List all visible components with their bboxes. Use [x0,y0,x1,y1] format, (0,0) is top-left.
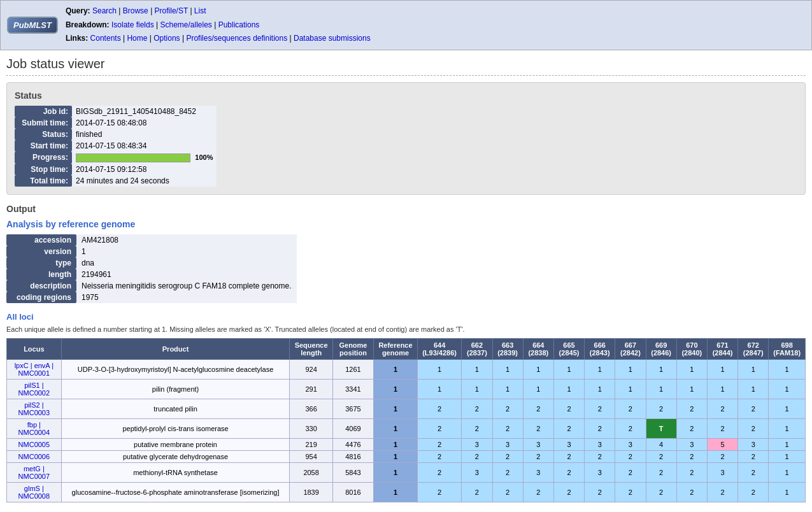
cell-seqlen: 1839 [290,482,332,502]
cell-value: 1 [769,379,806,399]
nav-scheme-alleles[interactable]: Scheme/alleles [160,20,211,29]
cell-value: 2 [615,399,646,418]
loci-data-table: Locus Product Sequencelength Genomeposit… [6,338,806,502]
cell-value: 2 [553,482,584,502]
col-header-genomepos: Genomeposition [332,338,373,359]
query-label: Query: [66,6,92,15]
output-title: Output [6,204,806,214]
cell-value: 2 [553,450,584,462]
cell-product: UDP-3-O-[3-hydroxymyristoyl] N-acetylglu… [61,359,290,379]
cell-value: 2 [646,399,676,418]
table-row: lpxC | envA | NMC0001UDP-3-O-[3-hydroxym… [7,359,806,379]
ref-row-description: description Neisseria meningitidis serog… [6,280,297,292]
ref-row-type: type dna [6,257,297,269]
cell-seqlen: 2058 [290,462,332,482]
nav-options[interactable]: Options [153,34,180,43]
cell-value: 2 [462,450,492,462]
cell-value: 1 [769,399,806,418]
table-row: fbp | NMC0004peptidyl-prolyl cis-trans i… [7,418,806,438]
cell-refgenome: 1 [374,359,418,379]
cell-genomepos: 4476 [332,438,373,450]
cell-value: 2 [676,399,707,418]
progress-bar-inner [76,154,190,162]
col-header-662: 662(2837) [462,338,492,359]
cell-value: 3 [523,462,553,482]
nav-isolate-fields[interactable]: Isolate fields [111,20,154,29]
cell-value: 3 [676,438,707,450]
loci-note: Each unique allele is defined a number s… [6,325,806,333]
col-header-665: 665(2845) [553,338,584,359]
cell-refgenome: 1 [374,438,418,450]
ref-value-length: 2194961 [76,269,297,280]
nav-list[interactable]: List [194,6,206,15]
cell-value: 1 [769,359,806,379]
nav-browse[interactable]: Browse [123,6,148,15]
cell-value: 1 [738,359,769,379]
cell-product: glucosamine--fructose-6-phosphate aminot… [61,482,290,502]
cell-genomepos: 1261 [332,359,373,379]
cell-value: 2 [707,482,737,502]
cell-value: 2 [585,482,615,502]
status-row-jobid: Job id: BIGSdb_21911_1405410488_8452 [15,106,217,117]
cell-genomepos: 3341 [332,379,373,399]
status-value-status: finished [72,129,217,140]
nav-db-submissions[interactable]: Database submissions [294,34,371,43]
cell-value: 2 [417,450,461,462]
status-label-submittime: Submit time: [15,117,72,129]
cell-locus: metG | NMC0007 [7,462,62,482]
cell-value: 1 [585,379,615,399]
cell-value: 2 [738,450,769,462]
status-label-status: Status: [15,129,72,140]
ref-value-version: 1 [76,246,297,257]
ref-genome-table: accession AM421808 version 1 type dna le… [6,234,297,303]
ref-value-description: Neisseria meningitidis serogroup C FAM18… [76,280,297,292]
cell-value: 1 [462,359,492,379]
table-row: NMC0005putative membrane protein21944761… [7,438,806,450]
status-row-stoptime: Stop time: 2014-07-15 09:12:58 [15,164,217,175]
cell-value: 2 [676,450,707,462]
status-value-jobid: BIGSdb_21911_1405410488_8452 [72,106,217,117]
status-value-submittime: 2014-07-15 08:48:08 [72,117,217,129]
status-label-stoptime: Stop time: [15,164,72,175]
cell-value: 2 [676,482,707,502]
nav-publications[interactable]: Publications [218,20,260,29]
cell-value: 2 [646,462,676,482]
nav-profilest[interactable]: Profile/ST [155,6,188,15]
cell-locus: fbp | NMC0004 [7,418,62,438]
cell-refgenome: 1 [374,418,418,438]
main-content: Job status viewer Status Job id: BIGSdb_… [6,57,806,502]
cell-value: 2 [585,418,615,438]
nav-profiles-defs[interactable]: Profiles/sequences definitions [186,34,287,43]
table-header-row: Locus Product Sequencelength Genomeposit… [7,338,806,359]
cell-value: 2 [646,450,676,462]
cell-product: putative glycerate dehydrogenase [61,450,290,462]
cell-value: 2 [462,399,492,418]
cell-value: 2 [462,482,492,502]
cell-product: truncated pilin [61,399,290,418]
cell-value: 2 [417,418,461,438]
col-header-product: Product [61,338,290,359]
cell-value: 2 [676,418,707,438]
output-section: Output Analysis by reference genome acce… [6,204,806,502]
cell-value: 2 [417,462,461,482]
ref-value-accession: AM421808 [76,234,297,246]
col-header-666: 666(2843) [585,338,615,359]
cell-value: 2 [417,399,461,418]
cell-value: 1 [553,359,584,379]
cell-value: 2 [417,482,461,502]
cell-value: 1 [492,379,523,399]
status-label-starttime: Start time: [15,140,72,152]
breakdown-label: Breakdown: [66,20,111,29]
cell-value: 2 [553,399,584,418]
cell-value: 2 [707,418,737,438]
cell-value: 3 [553,438,584,450]
col-header-644: 644(L93/4286) [417,338,461,359]
nav-contents[interactable]: Contents [90,34,121,43]
nav-search[interactable]: Search [92,6,117,15]
cell-value: 2 [738,482,769,502]
ref-row-accession: accession AM421808 [6,234,297,246]
nav-home[interactable]: Home [127,34,147,43]
col-header-671: 671(2844) [707,338,737,359]
cell-value: 1 [676,379,707,399]
cell-refgenome: 1 [374,399,418,418]
